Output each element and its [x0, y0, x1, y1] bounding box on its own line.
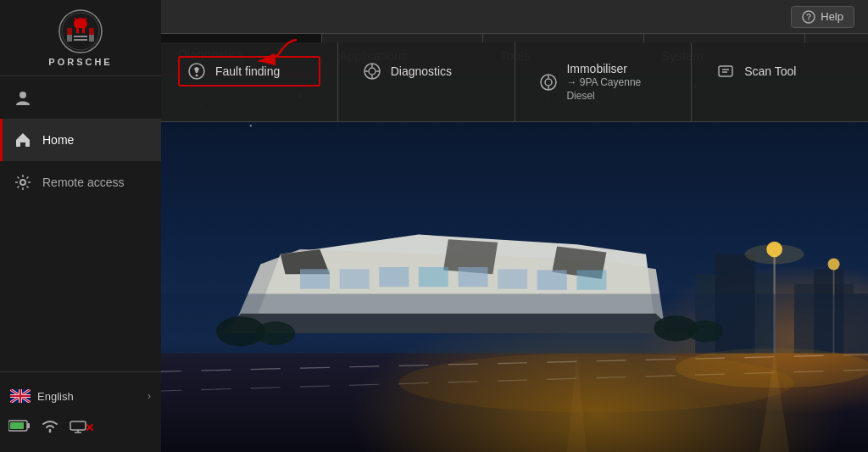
immobiliser-sublabel: → 9PA Cayenne Diesel: [566, 76, 667, 103]
svg-rect-3: [89, 28, 94, 35]
help-button[interactable]: ? Help: [791, 6, 854, 28]
svg-point-9: [20, 180, 25, 185]
gb-flag-icon: [10, 389, 31, 403]
svg-point-31: [545, 79, 552, 86]
sidebar-item-remote-access[interactable]: Remote access: [0, 161, 161, 204]
svg-rect-12: [27, 423, 30, 428]
svg-text:?: ?: [806, 13, 811, 22]
help-icon: ?: [802, 10, 815, 24]
dropdown-col-diagnostics: Fault finding: [161, 42, 338, 121]
svg-point-0: [59, 10, 102, 53]
scan-tool-icon: [715, 61, 736, 81]
svg-point-8: [19, 92, 26, 98]
svg-rect-63: [576, 270, 606, 289]
svg-point-77: [828, 259, 840, 271]
porsche-brand-text: PORSCHE: [48, 57, 112, 67]
svg-rect-82: [161, 293, 868, 353]
fault-finding-icon: [186, 61, 207, 81]
immobiliser-icon: [539, 72, 559, 92]
sidebar-bottom: English ›: [0, 371, 161, 452]
language-chevron-icon: ›: [147, 390, 151, 402]
dropdown-col-tools: Immobiliser → 9PA Cayenne Diesel: [515, 42, 693, 121]
svg-rect-57: [340, 269, 370, 288]
svg-rect-2: [67, 28, 72, 35]
language-label: English: [37, 390, 74, 403]
svg-point-25: [369, 68, 376, 75]
fault-finding-label: Fault finding: [215, 64, 280, 78]
language-selector[interactable]: English ›: [0, 381, 161, 411]
svg-rect-4: [67, 35, 72, 42]
svg-rect-5: [89, 35, 94, 42]
home-icon: [14, 131, 32, 149]
immobiliser-label: Immobiliser: [566, 61, 667, 76]
connection-icon: [70, 418, 93, 437]
wifi-icon: [41, 418, 59, 437]
svg-rect-61: [498, 269, 527, 288]
hero-image: [161, 76, 868, 452]
scan-tool-label: Scan Tool: [744, 64, 796, 78]
svg-point-75: [745, 244, 804, 264]
dropdown-col-system: Scan Tool: [692, 42, 868, 121]
sidebar-logo: PORSCHE: [0, 0, 161, 76]
red-arrow-icon: [246, 36, 305, 65]
hero-svg: [161, 76, 868, 452]
main-content: ? Help Diagnostics Applications Tools Sy…: [161, 0, 868, 452]
sidebar-home-label: Home: [42, 133, 74, 147]
sidebar: PORSCHE Home: [0, 0, 161, 452]
diagnostics-app-icon: [362, 61, 382, 81]
dropdown-item-diagnostics-app[interactable]: Diagnostics: [355, 56, 498, 86]
immobiliser-text: Immobiliser → 9PA Cayenne Diesel: [566, 61, 667, 103]
diagnostics-app-label: Diagnostics: [391, 64, 452, 78]
status-bar: [0, 411, 161, 444]
dropdown-item-scan-tool[interactable]: Scan Tool: [709, 56, 851, 86]
language-left: English: [10, 389, 74, 403]
svg-point-23: [196, 75, 198, 77]
svg-rect-58: [379, 267, 409, 287]
svg-rect-56: [300, 269, 330, 288]
porsche-logo: PORSCHE: [48, 9, 112, 67]
svg-rect-59: [419, 267, 448, 287]
top-bar: ? Help: [161, 0, 868, 34]
dropdown-overlay: Fault finding: [161, 42, 868, 122]
dropdown-item-immobiliser[interactable]: Immobiliser → 9PA Cayenne Diesel: [532, 56, 675, 108]
sidebar-item-home[interactable]: Home: [0, 119, 161, 161]
porsche-crest-icon: [58, 9, 103, 53]
sidebar-remote-label: Remote access: [42, 176, 124, 189]
help-label: Help: [821, 10, 843, 23]
svg-rect-13: [10, 422, 24, 429]
dropdown-col-applications: Diagnostics: [338, 42, 515, 121]
battery-icon: [8, 419, 31, 436]
svg-rect-34: [719, 66, 732, 76]
settings-icon: [14, 173, 32, 192]
user-icon: [14, 88, 32, 107]
svg-rect-62: [537, 270, 567, 289]
svg-rect-14: [70, 421, 86, 430]
sidebar-item-user[interactable]: [0, 76, 161, 119]
sidebar-navigation: Home Remote access: [0, 76, 161, 371]
svg-rect-60: [459, 267, 488, 287]
